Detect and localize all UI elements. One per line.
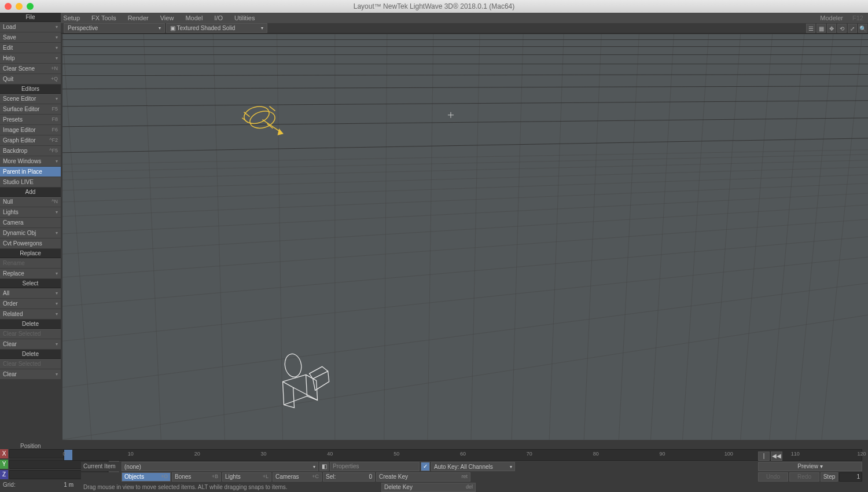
move-icon[interactable]: ✥ [827, 24, 836, 33]
panel-item-image-editor[interactable]: Image EditorF6 [0, 125, 61, 135]
panel-item-help[interactable]: Help▾ [0, 53, 61, 64]
panel-item-replace[interactable]: Replace▾ [0, 269, 61, 279]
z-label: Z [0, 470, 8, 479]
grid-lines [62, 34, 868, 439]
panel-item-lights[interactable]: Lights▾ [0, 207, 61, 218]
tab-model[interactable]: Model [179, 13, 208, 23]
svg-line-49 [242, 118, 248, 123]
svg-line-39 [62, 101, 868, 107]
current-item-dropdown[interactable]: (none) [122, 462, 318, 471]
svg-line-18 [384, 34, 387, 439]
maximize-icon[interactable] [27, 3, 34, 10]
status-hint: Drag mouse in view to move selected item… [81, 483, 380, 492]
tab-setup[interactable]: Setup [57, 13, 86, 23]
panel-item-clear-scene[interactable]: Clear Scene+N [0, 64, 61, 74]
redo-button[interactable]: Redo [789, 472, 819, 482]
viewport-toolbar: Perspective ▣ Textured Shaded Solid ☰ ▦ … [0, 23, 868, 34]
grid-icon[interactable]: ▦ [816, 24, 826, 33]
svg-line-37 [62, 75, 868, 76]
y-label: Y [0, 460, 8, 469]
view-mode-dropdown[interactable]: Perspective [64, 23, 165, 33]
section-header: Delete [0, 350, 61, 359]
timeline-tick: 50 [393, 451, 399, 457]
grid-label: Grid: [0, 480, 19, 489]
panel-item-rename: Rename [0, 258, 61, 269]
panel-item-dynamic-obj[interactable]: Dynamic Obj▾ [0, 228, 61, 238]
scale-icon[interactable]: ⤢ [848, 24, 857, 33]
svg-line-14 [144, 34, 161, 439]
window-title: Layout™ NewTek LightWave 3D® 2018.0.1 (M… [354, 2, 515, 10]
section-header: File [0, 13, 61, 22]
panel-item-quit[interactable]: Quit+Q [0, 74, 61, 85]
rotate-icon[interactable]: ⟲ [837, 24, 847, 33]
panel-item-cvt-powergons[interactable]: Cvt Powergons [0, 238, 61, 249]
panel-item-clear[interactable]: Clear▾ [0, 339, 61, 350]
grid-info: Grid: 1 m [0, 480, 78, 489]
timeline[interactable]: 0102030405060708090100110120 [64, 449, 862, 461]
svg-line-0 [62, 205, 868, 254]
panel-item-graph-editor[interactable]: Graph Editor^F2 [0, 135, 61, 146]
delete-key-button[interactable]: Delete Keydel [381, 483, 476, 492]
item-picker-button[interactable]: ◧ [319, 462, 329, 471]
panel-item-surface-editor[interactable]: Surface EditorF5 [0, 104, 61, 115]
svg-line-22 [549, 34, 564, 439]
tab-fxtools[interactable]: FX Tools [86, 13, 122, 23]
f12-button[interactable]: F12 [848, 13, 868, 23]
timeline-tick: 40 [327, 451, 333, 457]
panel-item-clear[interactable]: Clear▾ [0, 369, 61, 380]
panel-item-all[interactable]: All▾ [0, 288, 61, 299]
panel-item-load[interactable]: Load▾ [0, 22, 61, 32]
create-key-button[interactable]: Create Keyret [376, 472, 470, 482]
list-icon[interactable]: ☰ [806, 24, 815, 33]
panel-item-scene-editor[interactable]: Scene Editor▾ [0, 94, 61, 104]
preview-button[interactable]: Preview ▾ [758, 462, 862, 471]
panel-item-edit[interactable]: Edit▾ [0, 43, 61, 53]
svg-line-21 [512, 34, 523, 439]
svg-line-1 [62, 219, 868, 277]
panel-item-backdrop[interactable]: Backdrop^F5 [0, 146, 61, 156]
minimize-icon[interactable] [16, 3, 23, 10]
panel-item-related[interactable]: Related▾ [0, 309, 61, 320]
viewport-3d[interactable] [62, 34, 868, 440]
autokey-dropdown[interactable]: Auto Key: All Channels [431, 462, 515, 471]
svg-line-15 [213, 34, 225, 439]
light-object[interactable] [242, 104, 282, 134]
tab-utilities[interactable]: Utilities [229, 13, 260, 23]
playback-start-button[interactable]: |◀◀ [758, 451, 770, 461]
panel-item-more-windows[interactable]: More Windows▾ [0, 156, 61, 167]
sel-display: Sel:0 [323, 472, 375, 482]
panel-item-order[interactable]: Order▾ [0, 299, 61, 309]
playback-prev-button[interactable]: ◀◀ [771, 451, 782, 461]
panel-item-camera[interactable]: Camera [0, 218, 61, 228]
grid-major [62, 34, 868, 152]
panel-item-presets[interactable]: PresetsF8 [0, 115, 61, 125]
tab-io[interactable]: I/O [208, 13, 229, 23]
undo-button[interactable]: Undo [758, 472, 788, 482]
close-icon[interactable] [5, 3, 12, 10]
timeline-tick: 90 [659, 451, 665, 457]
svg-line-38 [62, 86, 868, 89]
svg-line-19 [428, 34, 433, 439]
svg-line-29 [770, 34, 804, 439]
bones-button[interactable]: Bones+B [172, 472, 221, 482]
objects-button[interactable]: Objects+O [122, 472, 171, 482]
zoom-icon[interactable]: 🔍 [858, 24, 867, 33]
panel-item-save[interactable]: Save▾ [0, 32, 61, 43]
step-value[interactable]: 1 [839, 472, 862, 482]
viewport-canvas[interactable] [62, 34, 868, 440]
panel-item-parent-in-place[interactable]: Parent in Place [0, 167, 61, 177]
tab-render[interactable]: Render [122, 13, 155, 23]
svg-line-20 [471, 34, 480, 439]
autokey-check[interactable]: ✓ [421, 462, 430, 471]
tab-view[interactable]: View [155, 13, 180, 23]
panel-item-null[interactable]: Null^N [0, 197, 61, 207]
lights-button[interactable]: Lights+L [222, 472, 271, 482]
svg-line-23 [584, 34, 601, 439]
bottom-controls: Current Item (none) ◧ Properties ✓ Auto … [81, 462, 862, 491]
properties-button[interactable]: Properties [330, 462, 420, 471]
shade-mode-dropdown[interactable]: ▣ Textured Shaded Solid [166, 23, 267, 33]
modeler-button[interactable]: Modeler [815, 13, 848, 23]
panel-item-studio-live[interactable]: Studio LIVE [0, 177, 61, 188]
timeline-tick: 100 [724, 451, 733, 457]
cameras-button[interactable]: Cameras+C [273, 472, 322, 482]
